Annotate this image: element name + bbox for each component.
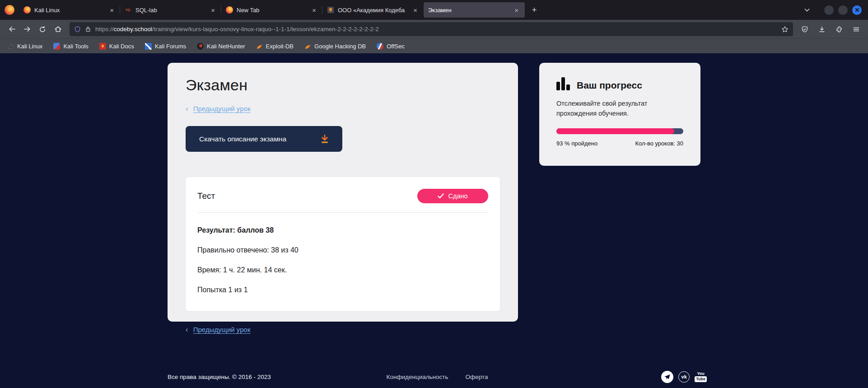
copyright-text: Все права защищены. © 2016 - 2023 <box>168 374 387 380</box>
exam-card: Экзамен ‹ Предыдущий урок Скачать описан… <box>168 63 518 322</box>
bookmark-google-hacking-db[interactable]: Google Hacking DB <box>304 43 366 50</box>
progress-lessons-count: Кол-во уроков: 30 <box>635 140 683 147</box>
kali-dragon-icon <box>7 43 14 50</box>
bookmark-kali-forums[interactable]: Kali Forums <box>145 43 186 50</box>
bookmarks-toolbar: Kali Linux Kali Tools Kali Docs Kali For… <box>0 38 868 53</box>
window-close-button[interactable] <box>852 5 862 15</box>
prev-lesson-link-bottom[interactable]: ‹ Предыдущий урок <box>186 326 500 333</box>
progress-title: Ваш прогресс <box>577 80 642 91</box>
browser-tab-bar: Kali Linux × SQL SQL-lab × New Tab × ООО… <box>0 0 868 20</box>
page-title: Экзамен <box>186 76 500 94</box>
vk-icon[interactable]: vk <box>678 371 690 383</box>
privacy-link[interactable]: Конфиденциальность <box>387 374 448 380</box>
kali-docs-icon <box>99 43 106 50</box>
page-footer: Все права защищены. © 2016 - 2023 Конфид… <box>168 367 707 387</box>
bookmark-star-icon[interactable] <box>781 26 789 33</box>
tab-close-icon[interactable]: × <box>209 6 217 14</box>
kali-nethunter-icon <box>197 43 204 50</box>
youtube-icon[interactable]: You Tube <box>695 372 707 382</box>
progress-bar <box>556 128 683 134</box>
downloads-icon[interactable] <box>815 23 829 36</box>
new-tab-button[interactable]: + <box>527 3 541 17</box>
reload-button[interactable] <box>35 23 50 36</box>
test-title: Тест <box>197 191 215 201</box>
extensions-puzzle-icon[interactable] <box>832 23 846 36</box>
kali-forums-icon <box>145 43 152 50</box>
menu-hamburger-icon[interactable] <box>849 23 863 36</box>
sql-favicon-icon: SQL <box>125 6 132 14</box>
list-all-tabs-chevron-icon[interactable] <box>803 6 811 14</box>
bookmark-kali-docs[interactable]: Kali Docs <box>99 43 134 50</box>
google-hacking-db-bird-icon <box>304 43 311 50</box>
telegram-icon[interactable] <box>661 371 673 383</box>
protections-shield-check-icon[interactable] <box>798 23 812 36</box>
result-score-line: Результат: баллов 38 <box>197 226 488 234</box>
download-arrow-icon <box>319 133 331 145</box>
tab-title: Экзамен <box>428 7 509 14</box>
chevron-left-icon: ‹ <box>186 326 188 333</box>
tab-close-icon[interactable]: × <box>513 6 520 14</box>
result-attempt-line: Попытка 1 из 1 <box>197 286 488 294</box>
progress-card: Ваш прогресс Отслеживайте свой результат… <box>539 63 700 166</box>
progress-percent-label: 93 % пройдено <box>556 140 597 147</box>
prev-lesson-link-top[interactable]: ‹ Предыдущий урок <box>186 105 500 112</box>
tab-akademiya[interactable]: ООО «Академия Кодеба × <box>322 2 424 18</box>
bookmark-kali-nethunter[interactable]: Kali NetHunter <box>197 43 245 50</box>
bookmark-exploit-db[interactable]: Exploit-DB <box>256 43 294 50</box>
download-exam-description-button[interactable]: Скачать описание экзамна <box>186 126 342 152</box>
window-minimize-button[interactable] <box>824 5 834 15</box>
tab-close-icon[interactable]: × <box>108 6 116 14</box>
window-maximize-button[interactable] <box>838 5 848 15</box>
chevron-left-icon: ‹ <box>186 105 188 112</box>
window-controls <box>824 5 862 15</box>
kali-tools-icon <box>53 43 60 50</box>
shield-favicon-icon <box>327 6 334 14</box>
offer-link[interactable]: Оферта <box>466 374 488 380</box>
tab-new-tab[interactable]: New Tab × <box>221 2 322 18</box>
bookmark-offsec[interactable]: OffSec <box>377 43 405 50</box>
browser-nav-toolbar: https://codeby.school/training/view/kurs… <box>0 20 868 38</box>
test-result-card: Тест Сдано Результат: баллов 38 Правильн… <box>186 177 500 311</box>
result-time-line: Время: 1 ч. 22 мин. 14 сек. <box>197 266 488 274</box>
home-button[interactable] <box>51 23 65 36</box>
bar-chart-icon <box>556 77 570 91</box>
tab-title: ООО «Академия Кодеба <box>338 7 408 14</box>
back-button[interactable] <box>5 23 19 36</box>
progress-description: Отслеживайте свой результат прохождения … <box>556 99 670 119</box>
offsec-icon <box>377 43 383 50</box>
tab-title: Kali Linux <box>34 7 104 14</box>
bookmark-kali-linux[interactable]: Kali Linux <box>7 43 42 50</box>
firefox-logo-icon <box>5 5 14 15</box>
page-viewport: Экзамен ‹ Предыдущий урок Скачать описан… <box>0 53 868 388</box>
firefox-favicon-icon <box>226 6 233 14</box>
tab-ekzamen-active[interactable]: Экзамен × <box>424 2 525 18</box>
tab-title: SQL-lab <box>135 7 205 14</box>
url-text: https://codeby.school/training/view/kurs… <box>95 26 777 33</box>
firefox-favicon-icon <box>23 6 31 14</box>
tab-kali-linux[interactable]: Kali Linux × <box>19 2 120 18</box>
lock-icon[interactable] <box>85 26 91 33</box>
check-icon <box>438 193 444 199</box>
result-correct-line: Правильно отвечено: 38 из 40 <box>197 246 488 254</box>
progress-fill <box>556 128 674 134</box>
tab-title: New Tab <box>237 7 307 14</box>
forward-button[interactable] <box>20 23 34 36</box>
divider <box>197 212 488 213</box>
bookmark-kali-tools[interactable]: Kali Tools <box>53 43 88 50</box>
tab-close-icon[interactable]: × <box>310 6 318 14</box>
tab-close-icon[interactable]: × <box>411 6 419 14</box>
url-bar[interactable]: https://codeby.school/training/view/kurs… <box>70 22 793 36</box>
exploit-db-bird-icon <box>256 43 263 50</box>
tab-sql-lab[interactable]: SQL SQL-lab × <box>120 2 221 18</box>
passed-status-badge: Сдано <box>417 189 488 203</box>
tracking-protection-shield-icon[interactable] <box>74 26 81 33</box>
